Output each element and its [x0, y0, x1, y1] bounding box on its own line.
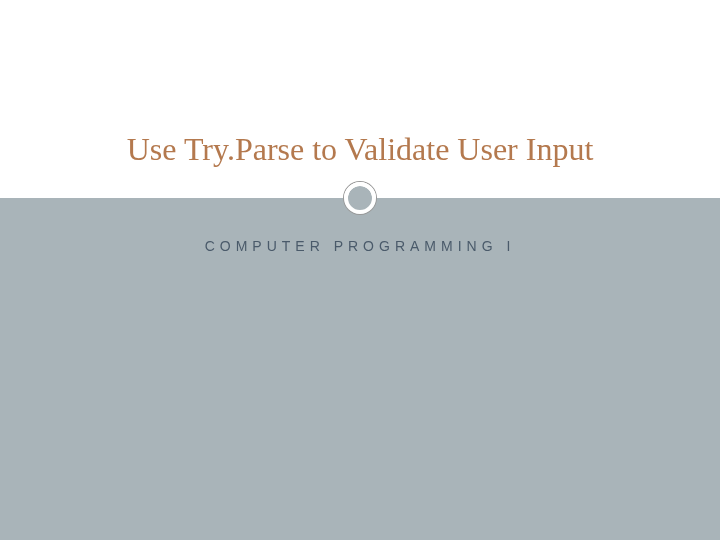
slide-title: Use Try.Parse to Validate User Input — [0, 131, 720, 168]
slide-container: Use Try.Parse to Validate User Input COM… — [0, 0, 720, 540]
slide-subtitle: COMPUTER PROGRAMMING I — [0, 238, 720, 254]
top-section: Use Try.Parse to Validate User Input — [0, 0, 720, 198]
bottom-section: COMPUTER PROGRAMMING I — [0, 198, 720, 540]
circle-accent — [344, 182, 376, 214]
